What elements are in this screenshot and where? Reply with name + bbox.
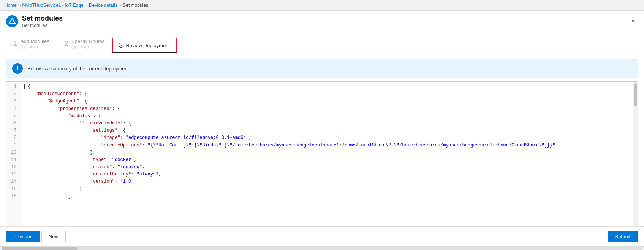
vertical-scrollbar[interactable]: [633, 82, 638, 226]
step-2-number: 2: [65, 40, 68, 48]
wizard-steps: 1 Add Modules (optional) 2 Specify Route…: [0, 30, 644, 53]
close-button[interactable]: ×: [628, 16, 638, 26]
submit-button[interactable]: Submit: [608, 231, 638, 242]
azure-iot-icon: [6, 15, 18, 27]
horizontal-scrollbar[interactable]: [0, 246, 644, 250]
breadcrumb-iot-edge[interactable]: MyIoTHubService1 - IoT Edge: [22, 3, 83, 8]
step-2-sublabel: (optional): [71, 44, 104, 49]
info-bar: i Below is a summary of the current depl…: [6, 59, 638, 78]
svg-point-0: [6, 15, 18, 27]
page-title: Set modules: [22, 14, 63, 22]
code-editor[interactable]: 1 2 3 4 5 6 7 8 9 10 11 12 13 14 15 16 {…: [6, 81, 638, 226]
horizontal-scrollbar-thumb[interactable]: [2, 247, 78, 250]
breadcrumb-current: Set modules: [123, 3, 148, 8]
step-1-label: Add Modules: [21, 38, 49, 44]
page-header: Set modules Set modules ×: [0, 11, 644, 30]
step-3[interactable]: 3 Review Deployment: [112, 38, 177, 53]
step-1-sublabel: (optional): [21, 44, 49, 49]
step-2-label: Specify Routes: [71, 38, 104, 44]
step-1[interactable]: 1 Add Modules (optional): [6, 34, 57, 53]
step-3-label: Review Deployment: [126, 43, 170, 48]
wizard-footer: Previous Next Submit: [0, 226, 644, 246]
info-message: Below is a summary of the current deploy…: [27, 66, 130, 72]
svg-point-2: [11, 18, 13, 19]
page-subtitle: Set modules: [22, 23, 47, 28]
next-button[interactable]: Next: [41, 231, 66, 242]
info-icon: i: [12, 63, 23, 74]
step-1-number: 1: [14, 40, 17, 48]
step-3-number: 3: [119, 41, 123, 49]
step-2[interactable]: 2 Specify Routes (optional): [57, 34, 112, 53]
scrollbar-thumb[interactable]: [634, 83, 637, 106]
previous-button[interactable]: Previous: [6, 231, 40, 242]
footer-nav-buttons: Previous Next: [6, 231, 66, 242]
line-numbers: 1 2 3 4 5 6 7 8 9 10 11 12 13 14 15 16: [6, 82, 21, 226]
breadcrumb: Home > MyIoTHubService1 - IoT Edge > Dev…: [0, 0, 644, 11]
breadcrumb-home[interactable]: Home: [5, 3, 17, 8]
breadcrumb-device-details[interactable]: Device details: [89, 3, 117, 8]
code-content[interactable]: { "modulesContent": { "$edgeAgent": { "p…: [21, 82, 633, 226]
